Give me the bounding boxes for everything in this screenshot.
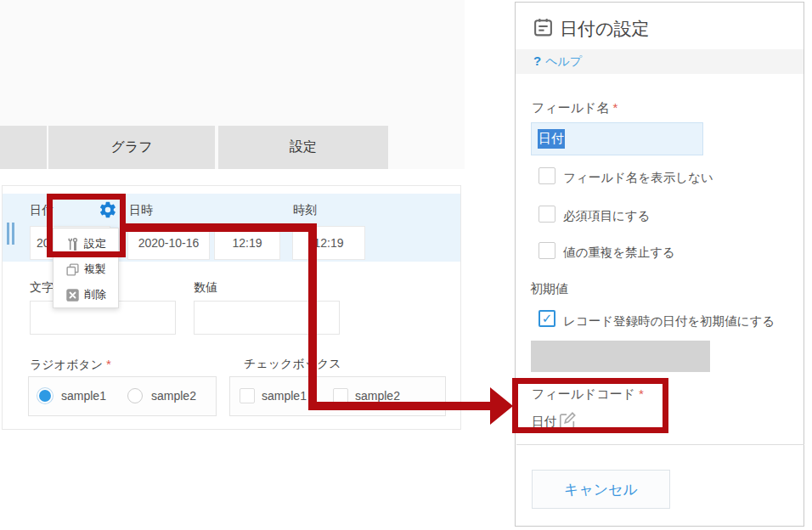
- text-field-label: 文字: [30, 280, 54, 296]
- required-asterisk: *: [106, 357, 111, 371]
- no-duplicates-label: 値の重複を禁止する: [563, 245, 675, 261]
- checkbox-field-label: チェックボックス: [244, 357, 341, 372]
- field-name-label: フィールド名*: [532, 100, 617, 116]
- no-duplicates-checkbox[interactable]: [539, 242, 555, 259]
- field-name-value: 日付: [538, 129, 565, 149]
- menu-item-delete[interactable]: 削除: [54, 282, 118, 307]
- duplicate-icon: [65, 262, 80, 277]
- annotation-connector-bottom: [308, 402, 490, 410]
- annotation-connector-vertical: [308, 223, 317, 410]
- menu-item-duplicate-label: 複製: [84, 262, 106, 277]
- field-name-input[interactable]: 日付: [531, 122, 703, 155]
- tab-stub[interactable]: [0, 126, 47, 169]
- auto-date-label: レコード登録時の日付を初期値にする: [563, 313, 775, 330]
- hide-field-name-label: フィールド名を表示しない: [563, 170, 713, 186]
- radio-field-label: ラジオボタン*: [30, 357, 111, 373]
- panel-divider: [516, 444, 804, 445]
- datetime-field-label: 日時: [129, 203, 153, 218]
- drag-handle-icon[interactable]: [7, 223, 17, 248]
- initial-value-disabled-input: [531, 341, 710, 372]
- number-field-input[interactable]: [194, 301, 340, 335]
- date-settings-panel: 日付の設定 ?ヘルプ フィールド名* 日付 フィールド名を表示しない 必須項目に…: [515, 2, 804, 527]
- delete-icon: [65, 288, 80, 302]
- tab-settings[interactable]: 設定: [218, 126, 388, 169]
- screenshot-root: グラフ 設定 日付 2020-10-16 日時 2020-10-16 12:19…: [0, 0, 812, 530]
- hide-field-name-checkbox[interactable]: [539, 167, 555, 184]
- checkbox-sample1[interactable]: [240, 388, 255, 403]
- help-link-label: ヘルプ: [545, 54, 582, 68]
- help-question-icon: ?: [533, 54, 541, 68]
- check-icon: ✓: [542, 311, 553, 326]
- annotation-rect-field-code: [512, 378, 668, 433]
- number-field-label: 数値: [194, 280, 217, 296]
- cancel-button[interactable]: キャンセル: [532, 470, 670, 509]
- required-asterisk: *: [612, 100, 617, 115]
- radio-sample2-label: sample2: [151, 389, 196, 403]
- calendar-icon: [533, 16, 554, 42]
- menu-item-duplicate[interactable]: 複製: [54, 257, 118, 282]
- radio-sample1-label: sample1: [61, 389, 106, 403]
- annotation-rect-gear-menu: [47, 194, 126, 257]
- annotation-connector-top: [126, 223, 317, 232]
- radio-sample1[interactable]: [37, 388, 53, 403]
- required-label: 必須項目にする: [563, 208, 651, 224]
- required-checkbox[interactable]: [539, 206, 555, 223]
- checkbox-sample1-label: sample1: [262, 389, 307, 403]
- panel-title: 日付の設定: [560, 17, 650, 41]
- menu-item-delete-label: 削除: [84, 287, 106, 302]
- initial-value-label: 初期値: [530, 281, 568, 297]
- help-link[interactable]: ?ヘルプ: [533, 54, 582, 70]
- time-field-label: 時刻: [293, 203, 317, 218]
- checkbox-sample2-label: sample2: [355, 389, 400, 403]
- radio-sample2[interactable]: [127, 388, 143, 403]
- annotation-arrowhead: [490, 387, 513, 425]
- auto-date-checkbox[interactable]: ✓: [539, 310, 555, 327]
- tab-graph[interactable]: グラフ: [48, 126, 215, 169]
